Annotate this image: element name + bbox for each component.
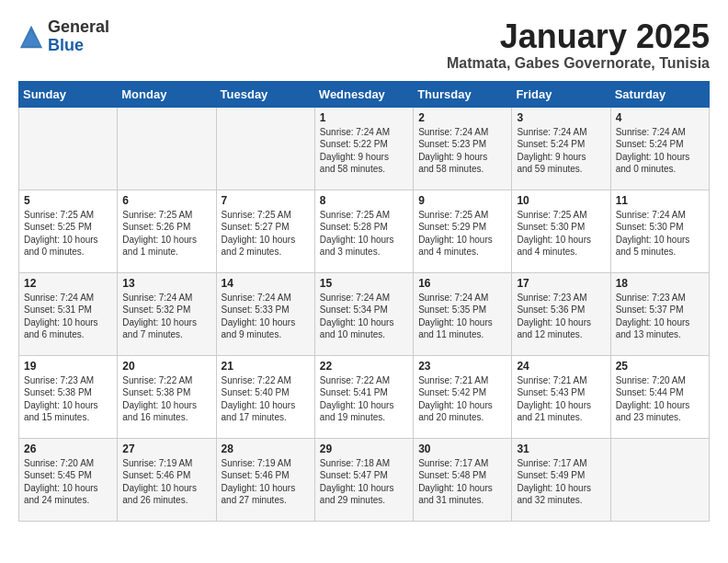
calendar-cell: 1Sunrise: 7:24 AM Sunset: 5:22 PM Daylig… bbox=[314, 107, 413, 190]
day-content: Sunrise: 7:25 AM Sunset: 5:30 PM Dayligh… bbox=[517, 209, 605, 259]
col-saturday: Saturday bbox=[610, 81, 709, 107]
calendar-cell: 12Sunrise: 7:24 AM Sunset: 5:31 PM Dayli… bbox=[19, 272, 118, 355]
month-title: January 2025 bbox=[447, 18, 710, 55]
calendar-cell: 6Sunrise: 7:25 AM Sunset: 5:26 PM Daylig… bbox=[118, 190, 216, 272]
calendar-cell: 17Sunrise: 7:23 AM Sunset: 5:36 PM Dayli… bbox=[512, 272, 610, 355]
day-content: Sunrise: 7:24 AM Sunset: 5:22 PM Dayligh… bbox=[320, 126, 408, 176]
day-number: 10 bbox=[517, 194, 605, 207]
calendar-cell: 24Sunrise: 7:21 AM Sunset: 5:43 PM Dayli… bbox=[512, 355, 610, 438]
calendar-cell: 31Sunrise: 7:17 AM Sunset: 5:49 PM Dayli… bbox=[512, 438, 610, 521]
day-number: 3 bbox=[517, 111, 605, 124]
day-number: 23 bbox=[418, 360, 506, 373]
day-number: 16 bbox=[418, 277, 506, 290]
day-content: Sunrise: 7:22 AM Sunset: 5:38 PM Dayligh… bbox=[122, 374, 210, 424]
header-row: Sunday Monday Tuesday Wednesday Thursday… bbox=[19, 81, 710, 107]
day-number: 24 bbox=[517, 360, 605, 373]
day-content: Sunrise: 7:25 AM Sunset: 5:26 PM Dayligh… bbox=[122, 209, 210, 259]
day-content: Sunrise: 7:24 AM Sunset: 5:35 PM Dayligh… bbox=[418, 292, 506, 341]
calendar-cell: 29Sunrise: 7:18 AM Sunset: 5:47 PM Dayli… bbox=[314, 438, 413, 521]
day-number: 7 bbox=[222, 194, 310, 207]
page-header: General Blue January 2025 Matmata, Gabes… bbox=[18, 18, 710, 72]
location: Matmata, Gabes Governorate, Tunisia bbox=[447, 55, 710, 72]
day-content: Sunrise: 7:17 AM Sunset: 5:49 PM Dayligh… bbox=[517, 457, 605, 507]
col-sunday: Sunday bbox=[19, 81, 118, 107]
calendar-cell: 20Sunrise: 7:22 AM Sunset: 5:38 PM Dayli… bbox=[118, 355, 216, 438]
calendar-cell: 8Sunrise: 7:25 AM Sunset: 5:28 PM Daylig… bbox=[314, 190, 413, 272]
day-content: Sunrise: 7:17 AM Sunset: 5:48 PM Dayligh… bbox=[418, 457, 506, 507]
day-number: 19 bbox=[24, 360, 112, 373]
col-tuesday: Tuesday bbox=[216, 81, 314, 107]
day-content: Sunrise: 7:21 AM Sunset: 5:43 PM Dayligh… bbox=[517, 374, 605, 424]
day-content: Sunrise: 7:25 AM Sunset: 5:29 PM Dayligh… bbox=[418, 209, 506, 259]
logo-text: General Blue bbox=[48, 18, 109, 55]
day-number: 25 bbox=[616, 360, 704, 373]
logo-blue: Blue bbox=[48, 37, 109, 55]
logo-icon bbox=[18, 24, 44, 50]
day-content: Sunrise: 7:22 AM Sunset: 5:40 PM Dayligh… bbox=[222, 374, 310, 424]
day-content: Sunrise: 7:23 AM Sunset: 5:37 PM Dayligh… bbox=[616, 292, 704, 341]
day-number: 13 bbox=[122, 277, 210, 290]
day-number: 12 bbox=[24, 277, 112, 290]
calendar-cell bbox=[216, 107, 314, 190]
day-content: Sunrise: 7:24 AM Sunset: 5:31 PM Dayligh… bbox=[24, 292, 112, 341]
day-content: Sunrise: 7:24 AM Sunset: 5:24 PM Dayligh… bbox=[616, 126, 704, 176]
day-content: Sunrise: 7:21 AM Sunset: 5:42 PM Dayligh… bbox=[418, 374, 506, 424]
calendar-cell: 9Sunrise: 7:25 AM Sunset: 5:29 PM Daylig… bbox=[414, 190, 512, 272]
col-friday: Friday bbox=[512, 81, 610, 107]
day-content: Sunrise: 7:24 AM Sunset: 5:24 PM Dayligh… bbox=[517, 126, 605, 176]
calendar-cell: 23Sunrise: 7:21 AM Sunset: 5:42 PM Dayli… bbox=[414, 355, 512, 438]
day-number: 5 bbox=[24, 194, 112, 207]
day-content: Sunrise: 7:19 AM Sunset: 5:46 PM Dayligh… bbox=[222, 457, 310, 507]
logo: General Blue bbox=[18, 18, 109, 55]
svg-marker-1 bbox=[22, 30, 41, 46]
calendar-body: 1Sunrise: 7:24 AM Sunset: 5:22 PM Daylig… bbox=[19, 107, 710, 521]
calendar-week-0: 1Sunrise: 7:24 AM Sunset: 5:22 PM Daylig… bbox=[19, 107, 710, 190]
calendar-cell: 15Sunrise: 7:24 AM Sunset: 5:34 PM Dayli… bbox=[314, 272, 413, 355]
day-content: Sunrise: 7:19 AM Sunset: 5:46 PM Dayligh… bbox=[122, 457, 210, 507]
day-content: Sunrise: 7:24 AM Sunset: 5:30 PM Dayligh… bbox=[616, 209, 704, 259]
calendar-cell: 16Sunrise: 7:24 AM Sunset: 5:35 PM Dayli… bbox=[414, 272, 512, 355]
day-content: Sunrise: 7:20 AM Sunset: 5:44 PM Dayligh… bbox=[616, 374, 704, 424]
day-number: 21 bbox=[222, 360, 310, 373]
day-content: Sunrise: 7:25 AM Sunset: 5:27 PM Dayligh… bbox=[222, 209, 310, 259]
day-content: Sunrise: 7:24 AM Sunset: 5:34 PM Dayligh… bbox=[320, 292, 408, 341]
calendar-cell: 25Sunrise: 7:20 AM Sunset: 5:44 PM Dayli… bbox=[610, 355, 709, 438]
day-content: Sunrise: 7:18 AM Sunset: 5:47 PM Dayligh… bbox=[320, 457, 408, 507]
day-number: 11 bbox=[616, 194, 704, 207]
calendar-cell: 3Sunrise: 7:24 AM Sunset: 5:24 PM Daylig… bbox=[512, 107, 610, 190]
day-number: 20 bbox=[122, 360, 210, 373]
calendar-cell: 7Sunrise: 7:25 AM Sunset: 5:27 PM Daylig… bbox=[216, 190, 314, 272]
day-number: 28 bbox=[222, 442, 310, 455]
day-content: Sunrise: 7:20 AM Sunset: 5:45 PM Dayligh… bbox=[24, 457, 112, 507]
day-number: 31 bbox=[517, 442, 605, 455]
calendar-table: Sunday Monday Tuesday Wednesday Thursday… bbox=[18, 81, 710, 522]
calendar-cell: 27Sunrise: 7:19 AM Sunset: 5:46 PM Dayli… bbox=[118, 438, 216, 521]
calendar-week-1: 5Sunrise: 7:25 AM Sunset: 5:25 PM Daylig… bbox=[19, 190, 710, 272]
calendar-week-3: 19Sunrise: 7:23 AM Sunset: 5:38 PM Dayli… bbox=[19, 355, 710, 438]
day-content: Sunrise: 7:25 AM Sunset: 5:25 PM Dayligh… bbox=[24, 209, 112, 259]
logo-general: General bbox=[48, 18, 109, 37]
day-content: Sunrise: 7:24 AM Sunset: 5:32 PM Dayligh… bbox=[122, 292, 210, 341]
day-content: Sunrise: 7:24 AM Sunset: 5:33 PM Dayligh… bbox=[222, 292, 310, 341]
calendar-cell: 30Sunrise: 7:17 AM Sunset: 5:48 PM Dayli… bbox=[414, 438, 512, 521]
day-number: 18 bbox=[616, 277, 704, 290]
day-number: 4 bbox=[616, 111, 704, 124]
col-thursday: Thursday bbox=[414, 81, 512, 107]
calendar-week-4: 26Sunrise: 7:20 AM Sunset: 5:45 PM Dayli… bbox=[19, 438, 710, 521]
day-number: 9 bbox=[418, 194, 506, 207]
calendar-cell: 10Sunrise: 7:25 AM Sunset: 5:30 PM Dayli… bbox=[512, 190, 610, 272]
title-block: January 2025 Matmata, Gabes Governorate,… bbox=[447, 18, 710, 72]
day-number: 22 bbox=[320, 360, 408, 373]
calendar-cell: 21Sunrise: 7:22 AM Sunset: 5:40 PM Dayli… bbox=[216, 355, 314, 438]
day-number: 26 bbox=[24, 442, 112, 455]
calendar-cell: 11Sunrise: 7:24 AM Sunset: 5:30 PM Dayli… bbox=[610, 190, 709, 272]
calendar-cell: 14Sunrise: 7:24 AM Sunset: 5:33 PM Dayli… bbox=[216, 272, 314, 355]
day-number: 17 bbox=[517, 277, 605, 290]
day-number: 8 bbox=[320, 194, 408, 207]
day-content: Sunrise: 7:23 AM Sunset: 5:36 PM Dayligh… bbox=[517, 292, 605, 341]
calendar-cell: 18Sunrise: 7:23 AM Sunset: 5:37 PM Dayli… bbox=[610, 272, 709, 355]
day-number: 1 bbox=[320, 111, 408, 124]
calendar-cell bbox=[19, 107, 118, 190]
calendar-cell: 26Sunrise: 7:20 AM Sunset: 5:45 PM Dayli… bbox=[19, 438, 118, 521]
day-number: 15 bbox=[320, 277, 408, 290]
